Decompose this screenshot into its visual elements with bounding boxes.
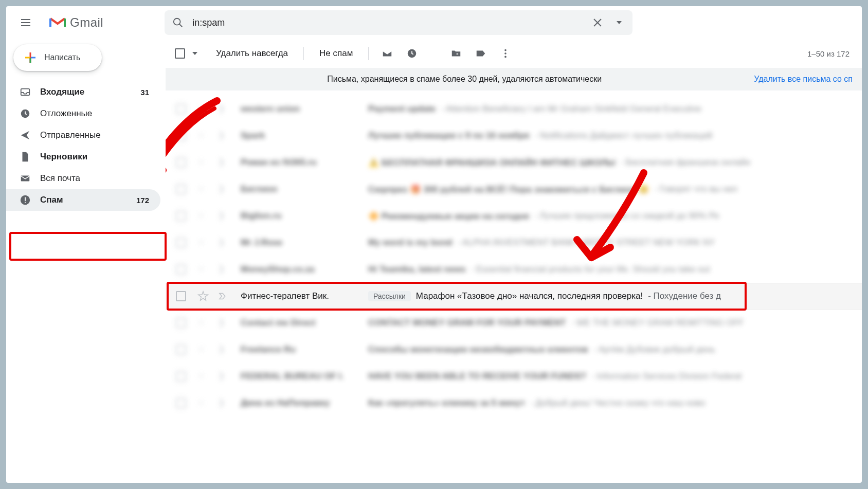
- select-dropdown-icon[interactable]: [192, 52, 197, 55]
- sidebar-item-sent[interactable]: Отправленные: [6, 124, 160, 146]
- message-list: ☆❯western unionPayment update - Attentio…: [166, 90, 862, 483]
- sidebar-item-label: Входящие: [40, 87, 131, 97]
- banner-message: Письма, хранящиеся в спаме более 30 дней…: [175, 75, 754, 84]
- file-icon: [20, 151, 31, 162]
- sidebar-item-label: Вся почта: [40, 173, 149, 184]
- select-all-checkbox[interactable]: [175, 48, 185, 59]
- svg-rect-10: [21, 176, 30, 182]
- mark-read-icon[interactable]: [377, 43, 397, 64]
- svg-point-17: [505, 56, 507, 58]
- sidebar-item-snoozed[interactable]: Отложенные: [6, 103, 160, 124]
- svg-line-1: [179, 24, 183, 27]
- message-row[interactable]: ☆❯Дина из НаПоправкуКак «прогулять» клин…: [166, 390, 862, 416]
- message-row[interactable]: ☆❯FEDERAL BUREAU OF I.HAVE YOU BEEN ABLE…: [166, 363, 862, 390]
- send-icon: [20, 130, 31, 141]
- main-menu-button[interactable]: [14, 11, 37, 34]
- menu-icon: [21, 22, 30, 23]
- compose-button[interactable]: Написать: [13, 44, 102, 71]
- message-row[interactable]: ☆❯SparkЛучшие публикации с 9 по 16 ноябр…: [166, 122, 862, 149]
- search-options-icon[interactable]: [612, 15, 626, 30]
- delete-forever-button[interactable]: Удалить навсегда: [209, 45, 295, 62]
- row-snippet: - Похудение без д: [648, 291, 721, 301]
- svg-point-0: [174, 19, 180, 25]
- importance-icon[interactable]: [218, 291, 229, 302]
- row-content: Рассылки Марафон «Тазовое дно» начался, …: [368, 291, 858, 301]
- toolbar: Удалить навсегда Не спам 1–50 из 172: [166, 39, 862, 68]
- sidebar-item-allmail[interactable]: Вся почта: [6, 168, 160, 189]
- plus-icon: [24, 51, 37, 64]
- svg-rect-13: [25, 202, 26, 203]
- search-input[interactable]: [192, 17, 583, 28]
- main-area: Удалить навсегда Не спам 1–50 из 172 Пис…: [166, 39, 862, 483]
- app-name: Gmail: [70, 15, 103, 30]
- separator: [368, 47, 369, 60]
- compose-label: Написать: [44, 53, 80, 62]
- move-to-icon[interactable]: [446, 43, 466, 64]
- not-spam-button[interactable]: Не спам: [312, 45, 360, 62]
- message-row[interactable]: ☆❯western unionPayment update - Attentio…: [166, 96, 862, 122]
- sidebar-item-drafts[interactable]: Черновики: [6, 146, 160, 168]
- banner-link[interactable]: Удалить все письма со сп: [754, 75, 853, 84]
- row-tag: Рассылки: [368, 291, 411, 301]
- gmail-icon: [49, 16, 66, 29]
- svg-point-16: [505, 52, 507, 55]
- message-row[interactable]: ☆❯MoneyShop.co.zaHi Teamika, latest news…: [166, 256, 862, 283]
- sidebar: Написать Входящие 31 Отложенные Отправле…: [6, 39, 166, 483]
- sidebar-item-label: Отправленные: [40, 130, 149, 140]
- sidebar-item-count: 31: [140, 88, 149, 97]
- message-row[interactable]: ☆❯Contact me DirectCONTACT MONEY GRAM FO…: [166, 310, 862, 336]
- row-checkbox[interactable]: [176, 291, 186, 301]
- header: Gmail: [6, 6, 862, 39]
- logo[interactable]: Gmail: [49, 15, 103, 30]
- annotation-highlight-spam: [9, 232, 167, 261]
- svg-point-15: [505, 49, 507, 51]
- snooze-icon[interactable]: [402, 43, 422, 64]
- separator: [303, 47, 304, 60]
- message-row[interactable]: ☆❯Роман из fit365.ru⚠️ БЕСПЛАТНАЯ ФРАНШИ…: [166, 149, 862, 176]
- star-icon[interactable]: [197, 291, 209, 302]
- search-icon[interactable]: [171, 15, 185, 30]
- sidebar-item-label: Черновики: [40, 152, 149, 162]
- spam-icon: [20, 194, 31, 206]
- svg-rect-12: [25, 197, 26, 201]
- search-box: [165, 10, 632, 35]
- message-row[interactable]: ☆❯Freelance RuСпособы монетизации низкоб…: [166, 336, 862, 363]
- sidebar-item-label: Спам: [40, 195, 127, 205]
- spam-banner: Письма, хранящиеся в спаме более 30 дней…: [166, 68, 862, 90]
- clock-icon: [20, 108, 31, 119]
- row-sender: Фитнес-терапевт Вик.: [241, 291, 364, 301]
- sidebar-item-spam[interactable]: Спам 172: [6, 189, 160, 211]
- message-row[interactable]: ☆❯Biglion.ru🔶 Рекомендуемые акции на сег…: [166, 203, 862, 229]
- message-row-highlighted[interactable]: Фитнес-терапевт Вик. Рассылки Марафон «Т…: [166, 283, 862, 310]
- sidebar-item-count: 172: [136, 196, 149, 205]
- sidebar-item-label: Отложенные: [40, 108, 149, 119]
- message-row[interactable]: ☆❯БиглионСюрприз 🎁 300 рублей на ВСЁ! По…: [166, 176, 862, 203]
- pagination-counter: 1–50 из 172: [807, 49, 849, 58]
- sidebar-item-inbox[interactable]: Входящие 31: [6, 81, 160, 103]
- mail-icon: [20, 173, 31, 184]
- message-row[interactable]: ☆❯Mr J.RoseMy word is my bond - ALPHA IN…: [166, 229, 862, 256]
- clear-search-icon[interactable]: [590, 15, 605, 30]
- labels-icon[interactable]: [471, 43, 491, 64]
- inbox-icon: [20, 86, 31, 98]
- more-icon[interactable]: [495, 43, 516, 64]
- row-subject: Марафон «Тазовое дно» начался, последняя…: [416, 291, 643, 301]
